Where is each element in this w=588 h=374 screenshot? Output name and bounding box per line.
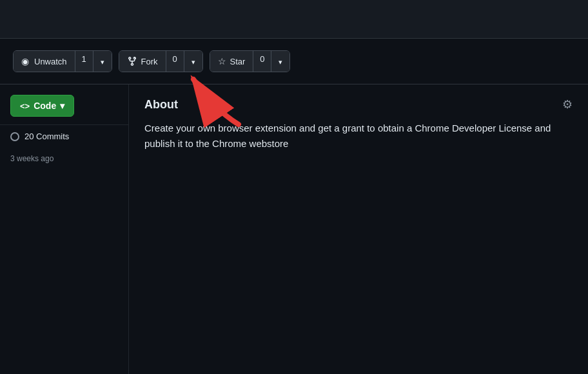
fork-label: Fork bbox=[141, 57, 158, 66]
unwatch-dropdown-button[interactable] bbox=[93, 51, 112, 72]
unwatch-button[interactable]: Unwatch bbox=[14, 51, 75, 72]
right-panel: About ⚙ Create your own browser extensio… bbox=[129, 84, 588, 374]
star-count: 0 bbox=[253, 51, 271, 72]
action-bar: Unwatch 1 Fork 0 Star 0 bbox=[0, 39, 588, 84]
star-button[interactable]: Star bbox=[210, 51, 254, 72]
chevron-down-icon bbox=[279, 57, 282, 66]
about-title: About bbox=[144, 98, 178, 112]
fork-button-group: Fork 0 bbox=[119, 50, 203, 72]
star-button-group: Star 0 bbox=[210, 50, 291, 72]
star-label: Star bbox=[230, 57, 246, 66]
unwatch-button-group: Unwatch 1 bbox=[13, 50, 112, 72]
chevron-down-icon bbox=[101, 57, 104, 66]
fork-dropdown-button[interactable] bbox=[184, 51, 202, 72]
code-button[interactable]: Code ▾ bbox=[10, 95, 74, 117]
gear-icon[interactable]: ⚙ bbox=[562, 97, 573, 112]
time-ago: 3 weeks ago bbox=[0, 148, 128, 170]
star-dropdown-button[interactable] bbox=[271, 51, 289, 72]
fork-count: 0 bbox=[166, 51, 184, 72]
commits-item[interactable]: 20 Commits bbox=[0, 124, 128, 148]
code-dropdown-chevron: ▾ bbox=[60, 101, 64, 111]
fork-icon bbox=[127, 56, 137, 67]
about-header: About ⚙ bbox=[144, 97, 573, 112]
top-navigation-bar bbox=[0, 0, 588, 39]
unwatch-count: 1 bbox=[75, 51, 93, 72]
chevron-down-icon bbox=[191, 57, 195, 66]
about-description: Create your own browser extension and ge… bbox=[144, 121, 573, 152]
commits-icon bbox=[10, 132, 19, 141]
unwatch-label: Unwatch bbox=[34, 57, 67, 66]
main-content: Code ▾ 20 Commits 3 weeks ago About ⚙ Cr… bbox=[0, 84, 588, 374]
time-ago-label: 3 weeks ago bbox=[10, 154, 54, 163]
code-icon bbox=[20, 101, 30, 111]
star-icon bbox=[218, 56, 226, 66]
left-panel: Code ▾ 20 Commits 3 weeks ago bbox=[0, 84, 129, 374]
commits-label: 20 Commits bbox=[24, 132, 69, 141]
code-label: Code bbox=[34, 101, 56, 111]
eye-icon bbox=[21, 56, 30, 66]
fork-button[interactable]: Fork bbox=[119, 51, 166, 72]
